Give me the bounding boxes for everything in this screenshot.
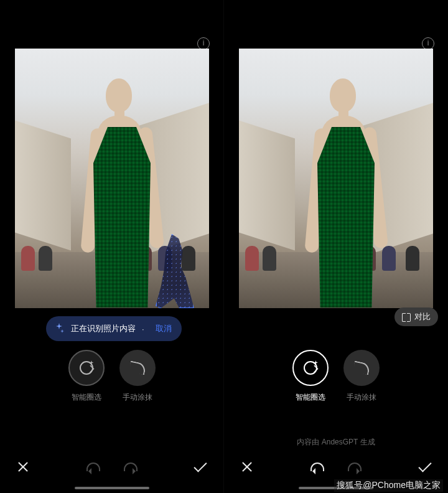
manual-brush-icon [119,350,156,386]
building-left [15,120,71,250]
home-indicator [75,487,149,489]
info-button[interactable]: i [422,37,434,50]
close-button[interactable] [15,459,31,475]
undo-icon [86,462,100,471]
confirm-button[interactable] [417,459,433,475]
bottom-bar [0,454,223,479]
compare-button[interactable]: 对比 [394,308,438,326]
cancel-button[interactable]: 取消 [156,323,172,334]
status-text: 正在识别照片内容 [71,323,136,334]
info-button[interactable]: i [197,37,210,50]
tool-manual-brush[interactable]: 手动涂抹 [119,350,156,403]
close-icon [17,461,29,472]
close-button[interactable] [239,459,255,475]
compare-icon [402,312,411,321]
tool-label: 智能圈选 [296,392,325,403]
tool-smart-select[interactable]: 智能圈选 [68,350,105,403]
redo-icon [124,462,138,471]
loading-dots: · [142,324,146,334]
bg-person [263,246,276,271]
compare-label: 对比 [414,311,431,322]
photo-canvas[interactable] [15,49,209,308]
undo-button[interactable] [309,459,325,475]
bg-person [39,246,52,271]
watermark: 搜狐号@PChome电脑之家 [334,479,443,492]
editor-panel-after: i 对比 智能圈选 [224,0,448,493]
confirm-button[interactable] [192,459,208,475]
editor-panel-before: i 正在识别照片内容 · 取消 智能圈 [0,0,224,493]
check-icon [418,459,431,472]
redo-icon [348,462,362,471]
redo-button [347,459,363,475]
sparkle-icon [54,323,65,334]
subject-person [75,78,168,308]
manual-brush-icon [343,350,380,386]
status-pill: 正在识别照片内容 · 取消 [46,316,182,341]
undo-button [85,459,101,475]
redo-button [123,459,139,475]
tool-label: 手动涂抹 [123,392,152,403]
check-icon [194,459,207,472]
smart-select-icon [292,350,329,386]
tool-label: 智能圈选 [72,392,101,403]
tool-smart-select[interactable]: 智能圈选 [292,350,329,403]
building-left [239,120,295,250]
bg-person [245,246,259,271]
bg-person [21,246,35,271]
close-icon [241,461,253,472]
generation-caption: 内容由 AndesGPT 生成 [224,437,448,448]
undo-icon [310,462,324,471]
bg-person [182,246,195,271]
photo-canvas[interactable] [239,49,433,308]
smart-select-icon [68,350,105,386]
bottom-bar [224,454,448,479]
tool-manual-brush[interactable]: 手动涂抹 [343,350,380,403]
tool-row: 智能圈选 手动涂抹 [0,350,223,403]
tool-row: 智能圈选 手动涂抹 [224,350,448,403]
subject-person [299,78,392,308]
bg-person [406,246,419,271]
tool-label: 手动涂抹 [347,392,376,403]
